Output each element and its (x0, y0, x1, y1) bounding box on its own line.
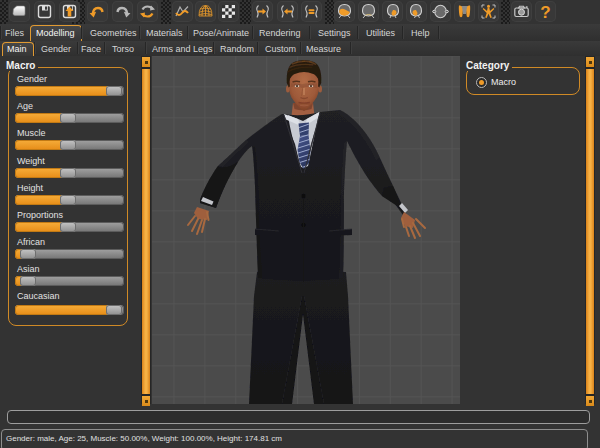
svg-text:?: ? (540, 3, 550, 22)
